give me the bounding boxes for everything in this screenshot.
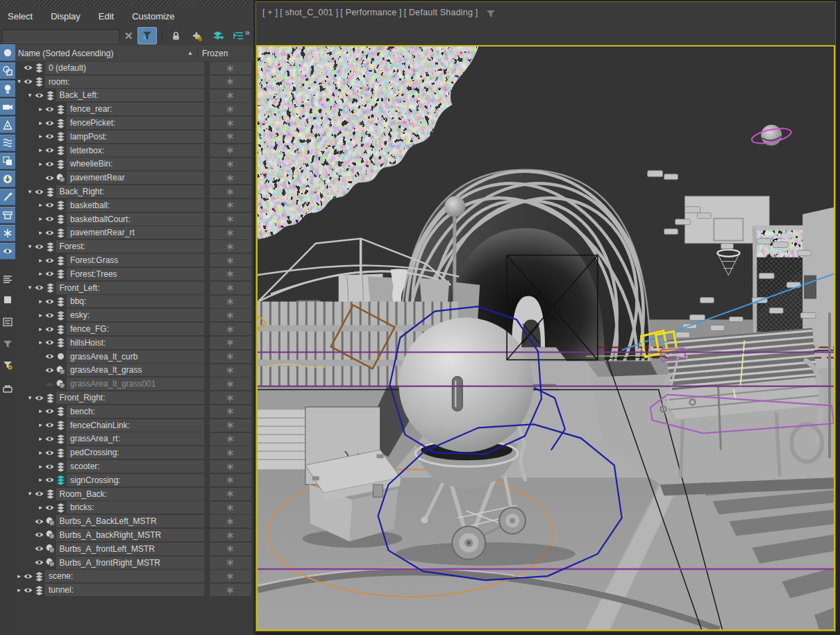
tree-row[interactable]: ▸letterbox: [15, 144, 253, 158]
strip-display-lights[interactable] [0, 81, 15, 97]
frozen-toggle[interactable] [210, 117, 251, 129]
frozen-toggle[interactable] [210, 515, 251, 527]
frozen-toggle[interactable] [210, 433, 251, 446]
expand-collapsed-icon[interactable]: ▸ [37, 230, 44, 236]
strip-display-cameras[interactable] [0, 99, 15, 115]
strip-display-groups[interactable] [0, 153, 15, 169]
frozen-toggle[interactable] [210, 543, 251, 555]
tree-row[interactable]: ▸scooter: [15, 459, 253, 473]
expand-collapsed-icon[interactable]: ▸ [37, 133, 44, 139]
menu-display[interactable]: Display [51, 11, 81, 22]
tree-row[interactable]: ▾Room_Back: [15, 487, 253, 501]
strip-display-helpers[interactable] [0, 117, 15, 133]
frozen-toggle[interactable] [210, 378, 251, 390]
tree-row[interactable]: ▸basketball: [15, 198, 253, 212]
tree-row[interactable]: Burbs_A_BackLeft_MSTR [15, 514, 253, 528]
viewport-menu-general[interactable]: [ + ] [262, 8, 278, 17]
viewport-menu-quality[interactable]: [ Performance ] [340, 8, 401, 17]
expand-collapsed-icon[interactable]: ▸ [37, 408, 44, 414]
expand-expanded-icon[interactable]: ▾ [26, 189, 34, 195]
toolbar-overflow-icon[interactable]: » [245, 27, 249, 37]
frozen-toggle[interactable] [210, 350, 251, 363]
tree-row[interactable]: ▸tunnel: [15, 583, 253, 597]
frozen-toggle[interactable] [210, 144, 251, 157]
strip-display-frozen[interactable] [0, 225, 15, 242]
frozen-toggle[interactable] [210, 268, 251, 280]
frozen-toggle[interactable] [210, 584, 251, 596]
expand-expanded-icon[interactable]: ▾ [15, 78, 23, 85]
frozen-toggle[interactable] [210, 309, 251, 321]
expand-collapsed-icon[interactable]: ▸ [15, 573, 23, 579]
new-layer-button[interactable] [209, 28, 227, 44]
frozen-toggle[interactable] [210, 488, 251, 500]
frozen-toggle[interactable] [210, 391, 251, 404]
strip-display-bones[interactable] [0, 189, 15, 205]
strip-display-containers[interactable] [0, 207, 15, 223]
tree-row[interactable]: ▾Back_Left: [15, 89, 253, 103]
strip-display-xrefs[interactable] [0, 171, 15, 187]
frozen-toggle[interactable] [210, 419, 251, 432]
frozen-toggle[interactable] [210, 570, 251, 582]
strip-display-spacewarps[interactable] [0, 135, 15, 151]
tree-row[interactable]: ▸bricks: [15, 501, 253, 515]
frozen-toggle[interactable] [210, 323, 251, 335]
expand-collapsed-icon[interactable]: ▸ [37, 161, 44, 167]
tree-row[interactable]: ▸signCrossing: [15, 473, 253, 487]
expand-collapsed-icon[interactable]: ▸ [37, 216, 44, 222]
strip-container-tools[interactable] [0, 380, 15, 397]
expand-collapsed-icon[interactable]: ▸ [37, 450, 44, 456]
expand-collapsed-icon[interactable]: ▸ [37, 147, 44, 153]
expand-collapsed-icon[interactable]: ▸ [37, 271, 44, 277]
strip-filter-config[interactable] [0, 357, 15, 373]
tree-row[interactable]: ▸fence_rear: [15, 102, 253, 116]
menu-edit[interactable]: Edit [99, 11, 114, 22]
column-header-name[interactable]: Name (Sorted Ascending) ▲ [15, 49, 197, 58]
tree-row[interactable]: ▸hillsHoist: [15, 336, 253, 350]
tree-row[interactable]: ▸fenceChainLink: [15, 418, 253, 432]
filter-selection-button[interactable] [137, 27, 157, 44]
lock-button[interactable] [167, 28, 185, 44]
expand-collapsed-icon[interactable]: ▸ [37, 202, 44, 208]
tree-row[interactable]: ▸fencePicket: [15, 116, 253, 130]
expand-collapsed-icon[interactable]: ▸ [15, 587, 23, 593]
frozen-toggle[interactable] [210, 282, 251, 294]
column-header-frozen[interactable]: Frozen [197, 49, 228, 58]
strip-sort-blank[interactable] [0, 291, 15, 308]
menu-select[interactable]: Select [8, 11, 33, 22]
tree-row[interactable]: Burbs_A_backRight_MSTR [15, 528, 253, 542]
clear-search-icon[interactable]: ✕ [124, 31, 133, 41]
frozen-toggle[interactable] [210, 158, 251, 171]
frozen-toggle[interactable] [210, 130, 251, 143]
tree-row[interactable]: ▸pavementRear_rt [15, 226, 253, 240]
tree-row[interactable]: ▸basketballCourt: [15, 212, 253, 226]
expand-expanded-icon[interactable]: ▾ [26, 395, 34, 401]
frozen-toggle[interactable] [210, 474, 251, 486]
expand-expanded-icon[interactable]: ▾ [26, 244, 34, 250]
tree-row[interactable]: ▸lampPost: [15, 130, 253, 144]
tree-row[interactable]: grassArea_lt_grass [15, 364, 253, 378]
expand-expanded-icon[interactable]: ▾ [26, 285, 34, 291]
tree-row[interactable]: ▸grassArea_rt: [15, 432, 253, 446]
tree-row[interactable]: ▾Front_Right: [15, 391, 253, 405]
expand-collapsed-icon[interactable]: ▸ [37, 422, 44, 428]
expand-collapsed-icon[interactable]: ▸ [37, 106, 44, 112]
strip-sort-detail[interactable] [0, 314, 15, 330]
frozen-toggle[interactable] [210, 199, 251, 212]
expand-collapsed-icon[interactable]: ▸ [37, 312, 44, 319]
expand-collapsed-icon[interactable]: ▸ [37, 298, 44, 305]
menu-customize[interactable]: Customize [132, 11, 174, 22]
expand-expanded-icon[interactable]: ▾ [26, 491, 34, 497]
tree-row[interactable]: ▸Forest:Grass [15, 253, 253, 267]
tree-row[interactable]: pavementRear [15, 171, 253, 185]
frozen-toggle[interactable] [210, 185, 251, 198]
frozen-toggle[interactable] [210, 240, 251, 253]
tree-row[interactable]: ▸wheelieBin: [15, 158, 253, 171]
frozen-toggle[interactable] [210, 296, 251, 308]
frozen-toggle[interactable] [210, 405, 251, 418]
panel-grip[interactable] [0, 0, 253, 6]
tree-row[interactable]: ▾Back_Right: [15, 185, 253, 198]
strip-display-shapes[interactable] [0, 62, 15, 79]
frozen-toggle[interactable] [210, 502, 251, 514]
tree-row[interactable]: ▸bench: [15, 405, 253, 418]
tree-row[interactable]: ▸pedCrossing: [15, 446, 253, 459]
